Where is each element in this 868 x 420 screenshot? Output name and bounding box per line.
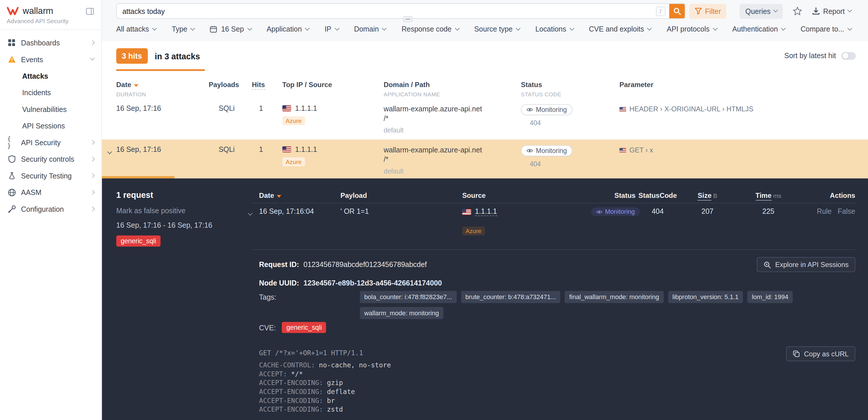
filter-date[interactable]: 16 Sep xyxy=(210,25,251,33)
explore-button-label: Explore in API Sessions xyxy=(775,261,849,269)
filter-ip[interactable]: IP xyxy=(324,25,338,33)
request-ip-link[interactable]: 1.1.1.1 xyxy=(475,207,497,216)
attack-date-range: 16 Sep, 17:16 - 16 Sep, 17:16 xyxy=(116,221,212,229)
eye-icon xyxy=(596,209,602,214)
sidebar-item-incidents[interactable]: Incidents xyxy=(0,84,101,101)
report-button-label: Report xyxy=(823,7,845,15)
sidebar-item-label: Configuration xyxy=(21,205,64,213)
sidebar-item-label: AASM xyxy=(21,188,41,196)
filter-button-label: Filter xyxy=(705,7,721,15)
us-flag-icon xyxy=(282,105,291,111)
queries-button[interactable]: Queries xyxy=(740,3,783,19)
sidebar-item-attacks[interactable]: Attacks xyxy=(0,68,101,84)
tag-chip: final_wallarm_mode: monitoring xyxy=(565,291,664,303)
filter-application[interactable]: Application xyxy=(267,25,309,33)
sidebar-item-aasm[interactable]: AASM xyxy=(0,184,101,200)
request-expand-chevron-icon[interactable] xyxy=(248,209,252,218)
source-tag-azure: Azure xyxy=(462,226,485,235)
chevron-down-icon xyxy=(91,58,94,61)
row-expand-chevron-icon[interactable] xyxy=(108,148,111,156)
filters-collapse-button[interactable] xyxy=(403,16,413,22)
sidebar-item-events[interactable]: Events xyxy=(0,51,101,67)
filter-type[interactable]: Type xyxy=(172,25,194,33)
copy-as-curl-button[interactable]: Copy as cURL xyxy=(786,346,855,361)
column-status-code: STATUS CODE xyxy=(521,91,620,97)
brand-header: wallarm xyxy=(0,0,101,16)
sidebar-collapse-button[interactable] xyxy=(86,7,94,15)
sidebar-item-security-testing[interactable]: Security Testing xyxy=(0,167,101,184)
attack-row-selected[interactable]: 16 Sep, 17:16 SQLi 1 1.1.1.1 Azure walla… xyxy=(102,140,868,178)
request-id-row: Request ID: 0123456789abcdef0123456789ab… xyxy=(259,260,427,269)
attack-payload: SQLi xyxy=(209,104,252,113)
column-actions: Actions xyxy=(802,192,855,200)
explore-api-sessions-button[interactable]: Explore in API Sessions xyxy=(757,257,855,272)
chevron-right-icon xyxy=(91,191,94,194)
request-actions: Rule False xyxy=(802,207,855,216)
attack-date: 16 Sep, 17:16 xyxy=(116,145,209,153)
filter-locations[interactable]: Locations xyxy=(535,25,574,33)
search-button[interactable] xyxy=(669,3,684,19)
request-id-label: Request ID: xyxy=(259,260,299,269)
favorite-star-button[interactable] xyxy=(793,7,802,16)
cve-row: CVE: generic_sqli xyxy=(259,322,327,333)
attack-payload: SQLi xyxy=(209,145,252,153)
filter-all-attacks[interactable]: All attacks xyxy=(116,25,156,33)
tag-chip: wallarm_mode: monitoring xyxy=(360,307,443,319)
copy-curl-label: Copy as cURL xyxy=(804,350,849,358)
attacks-results: 3 hits in 3 attacks Sort by latest hit D… xyxy=(102,41,868,178)
explore-search-icon xyxy=(764,261,771,269)
attack-hits: 1 xyxy=(252,145,282,153)
column-source: Source xyxy=(462,192,591,200)
chevron-down-icon xyxy=(847,7,852,12)
column-status: Status xyxy=(521,81,542,89)
column-payload: Payload xyxy=(340,192,462,200)
chevron-right-icon xyxy=(91,174,94,177)
filter-compare-to[interactable]: Compare to... xyxy=(801,25,851,33)
sidebar-item-dashboards[interactable]: Dashboards xyxy=(0,34,101,51)
column-date: Date xyxy=(259,192,341,200)
sidebar-item-configuration[interactable]: Configuration xyxy=(0,200,101,217)
tags-list: bola_counter: i:478:f82823e7... brute_co… xyxy=(360,291,793,319)
filter-domain[interactable]: Domain xyxy=(354,25,386,33)
column-status-code: StatusCode xyxy=(636,192,680,200)
filter-button[interactable]: Filter xyxy=(689,3,726,19)
status-badge: Monitoring xyxy=(521,104,572,115)
request-row[interactable]: 16 Sep, 17:16:04 ' OR 1=1 1.1.1.1 Azure … xyxy=(252,207,855,235)
calendar-icon xyxy=(210,25,217,33)
attack-row[interactable]: 16 Sep, 17:16 SQLi 1 1.1.1.1 Azure walla… xyxy=(102,99,868,140)
sort-toggle[interactable] xyxy=(841,52,856,60)
filter-api-protocols[interactable]: API protocols xyxy=(667,25,717,33)
search-input[interactable] xyxy=(117,7,656,15)
flag-icon xyxy=(620,107,626,112)
action-false-link[interactable]: False xyxy=(838,207,855,216)
node-uuid-value: 123e4567-e89b-12d3-a456-426614174000 xyxy=(303,279,442,287)
sidebar-item-security-controls[interactable]: Security controls xyxy=(0,151,101,167)
sidebar: wallarm Advanced API Security Dashboards… xyxy=(0,0,102,420)
flask-icon xyxy=(7,172,16,179)
active-tab-underline xyxy=(116,69,205,71)
flag-icon xyxy=(620,147,626,152)
report-button[interactable]: Report xyxy=(809,3,855,19)
filter-authentication[interactable]: Authentication xyxy=(732,25,785,33)
star-icon xyxy=(793,7,802,16)
sidebar-item-api-security[interactable]: API Security xyxy=(0,134,101,151)
filter-response-code[interactable]: Response code xyxy=(402,25,459,33)
mark-false-positive-link[interactable]: Mark as false positive xyxy=(116,207,212,215)
sidebar-item-vulnerabilities[interactable]: Vulnerabilities xyxy=(0,101,101,117)
attack-ip[interactable]: 1.1.1.1 xyxy=(295,145,317,153)
sort-desc-icon xyxy=(277,195,281,198)
attack-ip[interactable]: 1.1.1.1 xyxy=(295,104,317,113)
eye-icon xyxy=(526,107,533,113)
tag-chip: lom_id: 1994 xyxy=(747,291,793,303)
filter-source-type[interactable]: Source type xyxy=(474,25,520,33)
column-status: Status xyxy=(591,192,636,200)
filter-cve-exploits[interactable]: CVE and exploits xyxy=(589,25,651,33)
search-icon xyxy=(673,7,681,15)
action-rule-link[interactable]: Rule xyxy=(817,207,832,216)
status-badge: Monitoring xyxy=(521,145,572,156)
attacks-table-header: Date DURATION Payloads Hits Top IP / Sou… xyxy=(102,80,868,97)
http-request-line: GET /*?x='+OR+1=1 HTTP/1.1 xyxy=(259,348,391,358)
hits-header: 3 hits in 3 attacks xyxy=(116,48,200,64)
grid-icon xyxy=(7,39,16,47)
sidebar-item-api-sessions[interactable]: API Sessions xyxy=(0,117,101,134)
